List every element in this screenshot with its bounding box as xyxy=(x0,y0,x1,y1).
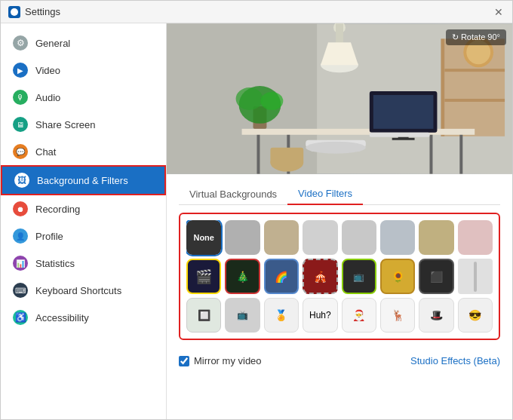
tab-bar: Virtual Backgrounds Video Filters xyxy=(179,183,500,205)
filter-emoji: 🎩 xyxy=(419,299,453,332)
filter-emoji: 🔲 xyxy=(187,299,220,332)
sidebar-label-accessibility: Accessibility xyxy=(35,312,89,323)
sidebar-item-profile[interactable]: 👤 Profile xyxy=(1,222,166,250)
keyboard-shortcuts-icon: ⌨ xyxy=(13,283,28,298)
recording-icon: ⏺ xyxy=(13,201,28,216)
filter-item[interactable]: 🔲 xyxy=(186,298,221,333)
filter-item[interactable]: 📺 xyxy=(342,259,376,293)
svg-rect-17 xyxy=(429,135,432,174)
settings-window: Settings ✕ ⚙ General ▶ Video 🎙 Audio 🖥 S… xyxy=(0,0,513,420)
sidebar-item-keyboard-shortcuts[interactable]: ⌨ Keyboard Shortcuts xyxy=(1,277,166,304)
sidebar-label-statistics: Statistics xyxy=(35,258,75,269)
sidebar-label-video: Video xyxy=(35,65,60,76)
sidebar-item-general[interactable]: ⚙ General xyxy=(1,29,166,57)
filter-item[interactable]: 🌻 xyxy=(380,259,415,293)
filter-item[interactable] xyxy=(342,220,376,255)
tab-virtual-backgrounds[interactable]: Virtual Backgrounds xyxy=(179,183,287,204)
accessibility-icon: ♿ xyxy=(13,310,28,325)
filter-emoji: 📺 xyxy=(343,260,375,292)
svg-rect-15 xyxy=(459,135,462,174)
filter-item[interactable]: 🎩 xyxy=(419,298,453,333)
svg-point-28 xyxy=(306,142,366,154)
sidebar-item-recording[interactable]: ⏺ Recording xyxy=(1,195,166,222)
filter-item[interactable] xyxy=(264,220,299,255)
svg-rect-19 xyxy=(373,95,434,129)
sidebar-label-share-screen: Share Screen xyxy=(35,119,96,130)
svg-point-26 xyxy=(260,92,283,110)
filter-emoji: 🎪 xyxy=(304,260,336,292)
filter-emoji: 🎬 xyxy=(188,260,220,292)
mirror-video-label[interactable]: Mirror my video xyxy=(179,355,262,366)
filter-item[interactable] xyxy=(303,220,337,255)
filter-item[interactable]: Huh? xyxy=(303,298,337,333)
mirror-video-checkbox[interactable] xyxy=(179,356,189,366)
filter-item[interactable]: 🎪 xyxy=(303,259,337,293)
sidebar-label-recording: Recording xyxy=(35,204,80,215)
filter-none-label: None xyxy=(193,233,214,242)
tab-video-filters[interactable]: Video Filters xyxy=(287,183,363,205)
profile-icon: 👤 xyxy=(13,228,28,244)
filter-emoji: 😎 xyxy=(459,299,492,332)
filter-emoji: 🏅 xyxy=(265,299,298,332)
background-filters-icon: 🖼 xyxy=(14,173,29,188)
filter-item[interactable]: 🎅 xyxy=(342,298,376,333)
sidebar-label-general: General xyxy=(35,38,70,49)
filter-item[interactable]: ⬛ xyxy=(419,259,453,293)
filter-item[interactable] xyxy=(458,220,493,255)
filter-item[interactable] xyxy=(225,220,260,255)
svg-rect-14 xyxy=(256,135,260,174)
svg-rect-10 xyxy=(444,99,505,102)
svg-rect-22 xyxy=(370,133,430,137)
tabs-section: Virtual Backgrounds Video Filters xyxy=(167,174,512,205)
share-screen-icon: 🖥 xyxy=(13,117,28,132)
filter-item[interactable] xyxy=(419,220,453,255)
sidebar-item-chat[interactable]: 💬 Chat xyxy=(1,138,166,165)
svg-point-25 xyxy=(236,87,263,110)
filter-item[interactable]: 🎄 xyxy=(225,259,260,293)
statistics-icon: 📊 xyxy=(13,256,28,271)
filters-grid-container: None 🎬 🎄 xyxy=(179,213,500,340)
main-content: ⚙ General ▶ Video 🎙 Audio 🖥 Share Screen… xyxy=(1,23,512,419)
sidebar-item-video[interactable]: ▶ Video xyxy=(1,57,166,84)
sidebar-label-keyboard-shortcuts: Keyboard Shortcuts xyxy=(35,285,121,296)
close-button[interactable]: ✕ xyxy=(493,6,505,18)
filter-emoji: 🎅 xyxy=(343,299,376,332)
window-title: Settings xyxy=(25,6,60,17)
filter-emoji: 🌈 xyxy=(266,260,297,292)
filter-emoji: 📺 xyxy=(225,298,260,333)
studio-effects-link[interactable]: Studio Effects (Beta) xyxy=(410,355,500,366)
sidebar-label-chat: Chat xyxy=(35,146,56,158)
app-icon xyxy=(8,6,20,18)
sidebar-item-statistics[interactable]: 📊 Statistics xyxy=(1,250,166,277)
svg-rect-8 xyxy=(441,38,444,136)
filter-none[interactable]: None xyxy=(186,220,221,255)
sidebar-item-audio[interactable]: 🎙 Audio xyxy=(1,84,166,111)
audio-icon: 🎙 xyxy=(13,90,28,105)
filter-item[interactable]: 🌈 xyxy=(264,259,299,293)
title-bar: Settings ✕ xyxy=(1,1,512,23)
filter-item[interactable]: 🦌 xyxy=(380,298,415,333)
rotate-button[interactable]: ↻ Rotate 90° xyxy=(446,29,506,45)
filter-item[interactable]: 📺 xyxy=(225,298,260,333)
svg-rect-13 xyxy=(242,129,475,135)
mirror-video-text: Mirror my video xyxy=(194,355,262,366)
sidebar-label-profile: Profile xyxy=(35,231,63,242)
filter-item[interactable]: 🎬 xyxy=(186,259,221,293)
filter-emoji: 🌻 xyxy=(382,260,413,292)
filter-item[interactable]: 😎 xyxy=(458,298,493,333)
svg-rect-30 xyxy=(270,148,303,164)
sidebar: ⚙ General ▶ Video 🎙 Audio 🖥 Share Screen… xyxy=(1,23,167,419)
scroll-indicator[interactable] xyxy=(458,259,493,293)
svg-rect-9 xyxy=(444,69,505,72)
filter-emoji: Huh? xyxy=(303,299,336,332)
filter-item[interactable] xyxy=(380,220,415,255)
filters-scroll[interactable]: None 🎬 🎄 xyxy=(186,220,493,333)
sidebar-item-background-filters[interactable]: 🖼 Background & Filters xyxy=(1,165,166,195)
filter-emoji: 🦌 xyxy=(381,299,414,332)
filter-item[interactable]: 🏅 xyxy=(264,298,299,333)
chat-icon: 💬 xyxy=(13,144,28,159)
sidebar-item-accessibility[interactable]: ♿ Accessibility xyxy=(1,304,166,331)
sidebar-item-share-screen[interactable]: 🖥 Share Screen xyxy=(1,111,166,138)
video-icon: ▶ xyxy=(13,63,28,78)
filter-emoji: ⬛ xyxy=(420,260,452,292)
